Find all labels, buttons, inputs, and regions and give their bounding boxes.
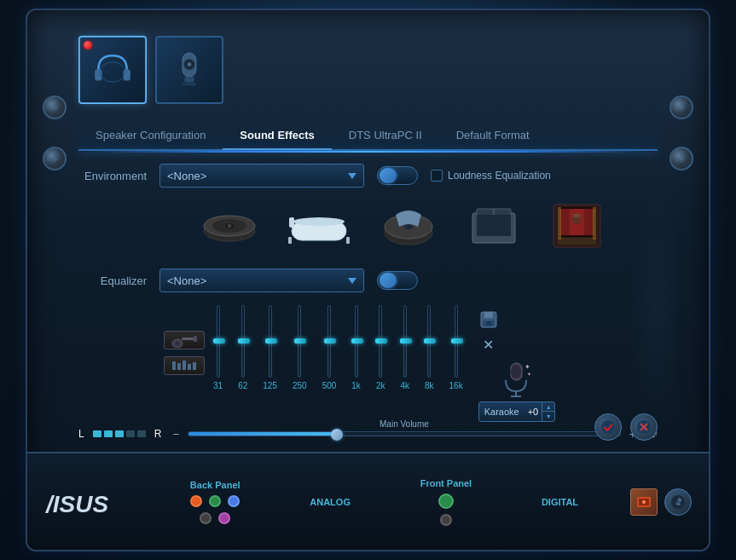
back-port-green[interactable] bbox=[209, 495, 221, 507]
eq-band-31: 31 bbox=[213, 305, 223, 390]
glow-line bbox=[78, 151, 658, 153]
front-panel-ports bbox=[438, 494, 454, 509]
svg-rect-30 bbox=[558, 238, 596, 245]
eq-close-button[interactable]: ✕ bbox=[478, 334, 499, 355]
vol-bar-5 bbox=[137, 430, 146, 437]
env-icon-theater[interactable] bbox=[549, 200, 605, 251]
volume-thumb[interactable] bbox=[331, 429, 343, 441]
svg-rect-1 bbox=[124, 69, 130, 80]
equalizer-dropdown[interactable]: <None> bbox=[159, 268, 364, 292]
eq-slider-thumb-250[interactable] bbox=[294, 338, 306, 344]
tab-speaker-configuration[interactable]: Speaker Configuration bbox=[78, 122, 223, 150]
svg-text:✦: ✦ bbox=[524, 363, 530, 371]
confirm-button[interactable] bbox=[594, 413, 622, 441]
svg-rect-32 bbox=[573, 214, 580, 217]
eq-slider-track-125[interactable] bbox=[269, 305, 272, 378]
equalizer-label: Equalizer bbox=[78, 274, 147, 287]
environment-label: Environment bbox=[78, 170, 147, 182]
eq-slider-track-4k[interactable] bbox=[403, 305, 407, 378]
vol-bar-1 bbox=[93, 430, 101, 437]
svg-rect-33 bbox=[558, 207, 561, 240]
eq-band-8k: 8k bbox=[425, 305, 434, 390]
svg-point-49 bbox=[511, 365, 521, 378]
settings-panel-button[interactable] bbox=[630, 488, 658, 516]
volume-fill bbox=[188, 432, 339, 436]
tab-dts-ultrapc[interactable]: DTS UltraPC II bbox=[332, 122, 439, 150]
eq-slider-track-16k[interactable] bbox=[455, 305, 458, 378]
karaoke-arrows: ▲ ▼ bbox=[542, 402, 554, 421]
svg-point-12 bbox=[228, 224, 231, 228]
svg-rect-23 bbox=[477, 215, 511, 236]
panel-ports: Back Panel ANALOG Front Panel bbox=[155, 478, 613, 526]
front-panel-label: Front Panel bbox=[420, 478, 472, 488]
eq-slider-track-250[interactable] bbox=[298, 305, 301, 378]
eq-slider-track-62[interactable] bbox=[241, 305, 245, 378]
tab-sound-effects[interactable]: Sound Effects bbox=[223, 122, 331, 150]
eq-band-500: 500 bbox=[322, 305, 337, 390]
eq-slider-thumb-8k[interactable] bbox=[424, 338, 436, 344]
environment-toggle[interactable] bbox=[377, 166, 418, 185]
eq-slider-thumb-31[interactable] bbox=[213, 338, 225, 344]
svg-point-63 bbox=[676, 500, 680, 504]
eq-slider-track-2k[interactable] bbox=[379, 305, 382, 378]
main-volume-slider[interactable]: Main Volume bbox=[188, 431, 621, 436]
front-port-green[interactable] bbox=[438, 494, 454, 509]
eq-save-button[interactable] bbox=[478, 309, 499, 330]
eq-slider-track-1k[interactable] bbox=[355, 305, 358, 378]
env-icon-disc[interactable] bbox=[200, 207, 259, 245]
eq-freq-label-500: 500 bbox=[322, 381, 337, 390]
svg-point-61 bbox=[642, 500, 646, 504]
loudness-equalization-checkbox[interactable]: Loudness Equalization bbox=[431, 170, 551, 182]
eq-freq-label-16k: 16k bbox=[449, 381, 463, 390]
back-port-blue[interactable] bbox=[228, 495, 240, 507]
wrench-button[interactable] bbox=[664, 488, 692, 516]
cancel-button[interactable] bbox=[630, 413, 658, 441]
equalizer-toggle[interactable] bbox=[377, 271, 418, 290]
svg-rect-36 bbox=[182, 338, 195, 340]
karaoke-increment-button[interactable]: ▲ bbox=[542, 402, 554, 412]
volume-right-label: R bbox=[154, 428, 162, 440]
front-panel-group: Front Panel bbox=[420, 478, 472, 526]
eq-slider-thumb-125[interactable] bbox=[265, 338, 277, 344]
vol-bar-4 bbox=[126, 430, 135, 437]
back-port-orange[interactable] bbox=[190, 495, 202, 507]
back-port-purple[interactable] bbox=[218, 512, 230, 524]
svg-rect-45 bbox=[484, 312, 493, 318]
digital-label: DIGITAL bbox=[542, 497, 578, 507]
guitar-preset-button[interactable] bbox=[164, 331, 205, 349]
karaoke-value-input[interactable]: Karaoke +0 ▲ ▼ bbox=[478, 401, 556, 422]
asus-logo-area: /ISUS bbox=[44, 485, 138, 519]
eq-band-62: 62 bbox=[238, 305, 247, 390]
eq-slider-track-8k[interactable] bbox=[427, 305, 431, 378]
eq-freq-label-125: 125 bbox=[263, 381, 277, 390]
svg-rect-40 bbox=[177, 363, 181, 370]
eq-slider-thumb-2k[interactable] bbox=[375, 338, 387, 344]
env-icon-bathtub[interactable] bbox=[285, 205, 353, 247]
speaker-icon-box[interactable] bbox=[155, 36, 223, 104]
back-panel-group: Back Panel bbox=[190, 480, 241, 524]
back-port-grey[interactable] bbox=[200, 512, 212, 524]
svg-point-54 bbox=[601, 420, 615, 434]
env-icon-box[interactable] bbox=[464, 205, 524, 247]
volume-track[interactable] bbox=[188, 431, 621, 436]
eq-visual-button[interactable] bbox=[164, 356, 205, 375]
eq-sliders-wrapper: 31 62 125 bbox=[213, 305, 463, 390]
eq-slider-track-31[interactable] bbox=[217, 305, 220, 378]
eq-slider-thumb-62[interactable] bbox=[238, 338, 250, 344]
eq-freq-label-4k: 4k bbox=[400, 381, 409, 390]
eq-freq-label-8k: 8k bbox=[425, 381, 434, 390]
eq-slider-track-500[interactable] bbox=[327, 305, 331, 378]
env-icon-record[interactable] bbox=[379, 203, 438, 250]
volume-minus-label: – bbox=[173, 428, 179, 440]
svg-rect-47 bbox=[486, 321, 491, 326]
eq-slider-thumb-16k[interactable] bbox=[451, 338, 463, 344]
karaoke-decrement-button[interactable]: ▼ bbox=[542, 412, 554, 421]
eq-slider-thumb-500[interactable] bbox=[324, 338, 336, 344]
eq-slider-thumb-4k[interactable] bbox=[400, 338, 412, 344]
environment-dropdown[interactable]: <None> bbox=[159, 164, 364, 188]
eq-slider-thumb-1k[interactable] bbox=[351, 338, 363, 344]
eq-band-4k: 4k bbox=[400, 305, 409, 390]
headphones-icon-box[interactable] bbox=[78, 36, 147, 104]
svg-point-5 bbox=[188, 62, 192, 66]
tab-default-format[interactable]: Default Format bbox=[439, 122, 547, 150]
